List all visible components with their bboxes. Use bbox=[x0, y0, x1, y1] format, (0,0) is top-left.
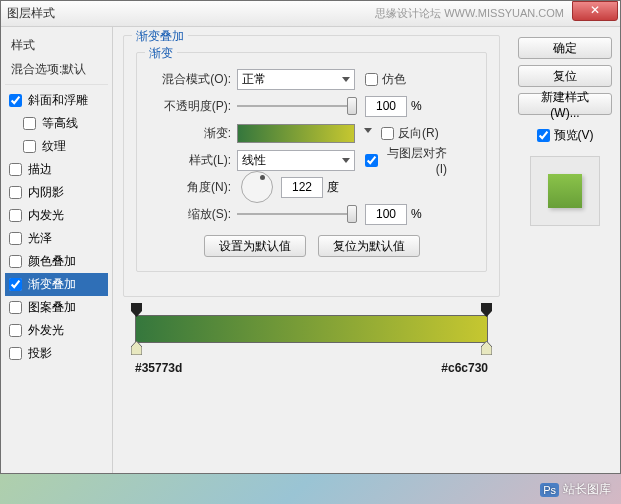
blend-mode-label: 混合模式(O): bbox=[149, 71, 231, 88]
scale-slider[interactable] bbox=[237, 204, 357, 224]
close-button[interactable]: ✕ bbox=[572, 1, 618, 21]
gradient-editor[interactable] bbox=[135, 315, 488, 343]
group-title: 渐变叠加 bbox=[132, 28, 188, 45]
sub-group-title: 渐变 bbox=[145, 45, 177, 62]
opacity-input[interactable] bbox=[365, 96, 407, 117]
reset-default-button[interactable]: 复位为默认值 bbox=[318, 235, 420, 257]
color-left-label: #35773d bbox=[135, 361, 182, 375]
scale-input[interactable] bbox=[365, 204, 407, 225]
blend-mode-select[interactable]: 正常 bbox=[237, 69, 355, 90]
style-select[interactable]: 线性 bbox=[237, 150, 355, 171]
gradient-overlay-group: 渐变叠加 渐变 混合模式(O): 正常 仿色 不透明度(P): bbox=[123, 35, 500, 297]
watermark-text: 思缘设计论坛 WWW.MISSYUAN.COM bbox=[375, 6, 564, 21]
gradient-picker[interactable] bbox=[237, 124, 355, 143]
chevron-down-icon bbox=[342, 158, 350, 163]
style-list: 样式 混合选项:默认 斜面和浮雕等高线纹理描边内阴影内发光光泽颜色叠加渐变叠加图… bbox=[1, 27, 113, 473]
layer-style-dialog: 图层样式 思缘设计论坛 WWW.MISSYUAN.COM ✕ 样式 混合选项:默… bbox=[0, 0, 621, 474]
color-stop-left[interactable] bbox=[131, 341, 142, 355]
opacity-stop-left[interactable] bbox=[131, 303, 142, 317]
angle-dial[interactable] bbox=[241, 171, 273, 203]
sidebar-sub[interactable]: 混合选项:默认 bbox=[5, 58, 108, 85]
gradient-label: 渐变: bbox=[149, 125, 231, 142]
opacity-label: 不透明度(P): bbox=[149, 98, 231, 115]
sidebar-item-11[interactable]: 投影 bbox=[5, 342, 108, 365]
sidebar-item-1[interactable]: 等高线 bbox=[5, 112, 108, 135]
reverse-checkbox[interactable]: 反向(R) bbox=[381, 125, 463, 142]
preview-checkbox[interactable]: 预览(V) bbox=[537, 127, 594, 144]
sidebar-item-2[interactable]: 纹理 bbox=[5, 135, 108, 158]
window-title: 图层样式 bbox=[7, 5, 55, 22]
main-panel: 渐变叠加 渐变 混合模式(O): 正常 仿色 不透明度(P): bbox=[113, 27, 510, 473]
sidebar-item-10[interactable]: 外发光 bbox=[5, 319, 108, 342]
sidebar-item-6[interactable]: 光泽 bbox=[5, 227, 108, 250]
right-panel: 确定 复位 新建样式(W)... 预览(V) bbox=[510, 27, 620, 473]
chevron-down-icon bbox=[364, 128, 372, 133]
titlebar: 图层样式 思缘设计论坛 WWW.MISSYUAN.COM ✕ bbox=[1, 1, 620, 27]
ok-button[interactable]: 确定 bbox=[518, 37, 612, 59]
sidebar-item-0[interactable]: 斜面和浮雕 bbox=[5, 89, 108, 112]
sidebar-header: 样式 bbox=[5, 33, 108, 58]
chevron-down-icon bbox=[342, 77, 350, 82]
sidebar-item-8[interactable]: 渐变叠加 bbox=[5, 273, 108, 296]
color-stop-right[interactable] bbox=[481, 341, 492, 355]
sidebar-item-5[interactable]: 内发光 bbox=[5, 204, 108, 227]
opacity-stop-right[interactable] bbox=[481, 303, 492, 317]
scale-label: 缩放(S): bbox=[149, 206, 231, 223]
color-right-label: #c6c730 bbox=[441, 361, 488, 375]
sidebar-item-7[interactable]: 颜色叠加 bbox=[5, 250, 108, 273]
sidebar-item-9[interactable]: 图案叠加 bbox=[5, 296, 108, 319]
angle-input[interactable] bbox=[281, 177, 323, 198]
align-checkbox[interactable]: 与图层对齐(I) bbox=[365, 145, 447, 176]
footer-watermark: Ps站长图库 bbox=[540, 481, 611, 498]
angle-label: 角度(N): bbox=[149, 179, 231, 196]
sidebar-item-3[interactable]: 描边 bbox=[5, 158, 108, 181]
set-default-button[interactable]: 设置为默认值 bbox=[204, 235, 306, 257]
new-style-button[interactable]: 新建样式(W)... bbox=[518, 93, 612, 115]
cancel-button[interactable]: 复位 bbox=[518, 65, 612, 87]
opacity-slider[interactable] bbox=[237, 96, 357, 116]
sidebar-item-4[interactable]: 内阴影 bbox=[5, 181, 108, 204]
preview-swatch bbox=[530, 156, 600, 226]
gradient-bar bbox=[135, 315, 488, 343]
dither-checkbox[interactable]: 仿色 bbox=[365, 71, 447, 88]
style-label: 样式(L): bbox=[149, 152, 231, 169]
